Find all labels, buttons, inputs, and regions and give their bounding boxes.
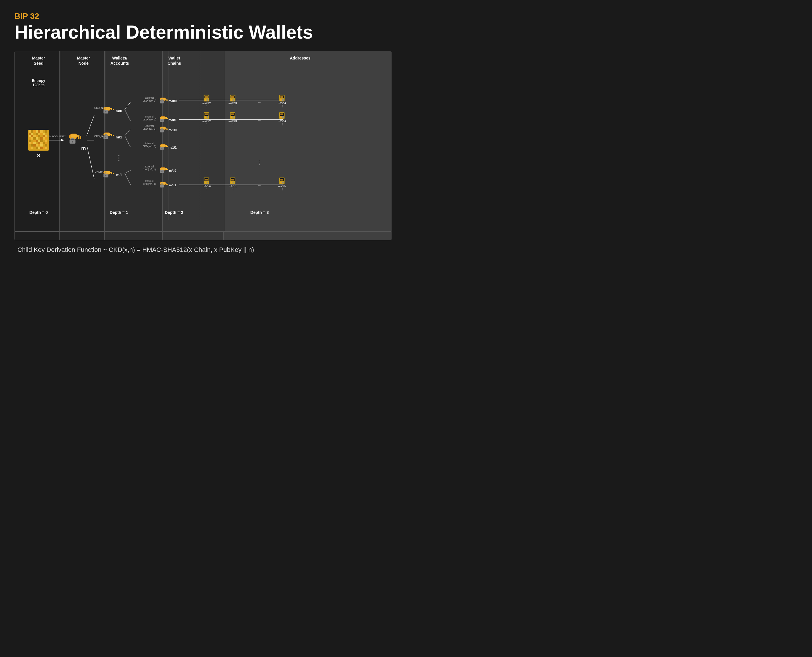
svg-rect-141 bbox=[205, 99, 206, 101]
svg-rect-140 bbox=[205, 96, 208, 98]
chain-mi1-int-label2: CKD(m/i, 1) bbox=[143, 182, 156, 185]
svg-rect-8 bbox=[29, 132, 31, 135]
svg-rect-118 bbox=[165, 145, 167, 146]
m1-key-icon bbox=[104, 132, 114, 139]
svg-point-70 bbox=[71, 141, 73, 142]
svg-rect-98 bbox=[166, 100, 167, 101]
svg-rect-165 bbox=[280, 114, 283, 115]
chain-m01-int-label1: Internal bbox=[145, 115, 154, 118]
chain-m00-ext-label2: CKD(m/0, 0) bbox=[142, 99, 156, 102]
entropy-label: Entropy bbox=[32, 79, 45, 83]
svg-rect-172 bbox=[207, 182, 208, 184]
svg-rect-22 bbox=[43, 135, 45, 137]
chain-m10-ext-label2: CKD(m/1, 0) bbox=[142, 128, 156, 130]
svg-rect-26 bbox=[33, 137, 36, 140]
svg-rect-120 bbox=[167, 146, 168, 147]
svg-rect-77 bbox=[111, 109, 112, 110]
m011-arrow: ↑ bbox=[232, 122, 234, 126]
col-header-addresses: Addresses bbox=[290, 56, 311, 60]
svg-rect-45 bbox=[40, 142, 43, 144]
addr-mi11-icon bbox=[230, 177, 235, 184]
col-header-chains2: Chains bbox=[168, 61, 181, 65]
svg-rect-134 bbox=[167, 184, 168, 185]
svg-rect-54 bbox=[43, 144, 45, 146]
svg-rect-58 bbox=[33, 146, 36, 149]
col-header-chains: Wallet bbox=[169, 56, 180, 60]
svg-rect-40 bbox=[29, 142, 31, 144]
svg-rect-0 bbox=[29, 130, 31, 132]
depth0-master-cell bbox=[60, 232, 105, 240]
chain-m10-ext-label1: External bbox=[145, 125, 154, 128]
svg-rect-34 bbox=[33, 140, 36, 142]
svg-rect-162 bbox=[233, 116, 234, 118]
svg-rect-55 bbox=[45, 144, 47, 146]
svg-rect-78 bbox=[113, 109, 114, 110]
depth2-chains-cell bbox=[163, 232, 224, 240]
chain-mi0-ext-label2: CKD(m/i, 0) bbox=[143, 168, 156, 171]
depth1-wallets-cell bbox=[105, 232, 163, 240]
svg-point-109 bbox=[161, 120, 163, 121]
mi1-key-icon bbox=[160, 182, 168, 187]
svg-rect-180 bbox=[280, 179, 283, 181]
depth1-label: Depth = 1 bbox=[110, 210, 128, 215]
m000-arrow: ↑ bbox=[206, 104, 208, 108]
svg-rect-36 bbox=[38, 140, 40, 142]
svg-rect-97 bbox=[165, 99, 167, 100]
svg-rect-113 bbox=[167, 129, 168, 130]
depth0-seed-cell bbox=[15, 232, 60, 240]
svg-rect-20 bbox=[38, 135, 40, 137]
addr-m01k-icon bbox=[279, 112, 284, 119]
col-header-wallets: Wallets/ bbox=[112, 56, 127, 60]
svg-rect-156 bbox=[205, 116, 206, 118]
svg-rect-19 bbox=[36, 135, 38, 137]
svg-rect-10 bbox=[33, 132, 36, 135]
wallets-vdots: ⋮ bbox=[115, 154, 123, 162]
svg-rect-47 bbox=[45, 142, 47, 144]
svg-point-116 bbox=[161, 131, 163, 132]
m10-key-icon bbox=[160, 127, 168, 132]
svg-rect-166 bbox=[280, 116, 282, 118]
m00k-arrow: ↑ bbox=[281, 104, 283, 108]
footer-text: Child Key Derivation Function ~ CKD(x,n)… bbox=[14, 240, 391, 257]
svg-rect-152 bbox=[282, 99, 284, 101]
chain-m11-int-label1: Internal bbox=[145, 142, 154, 145]
svg-rect-16 bbox=[29, 135, 31, 137]
svg-rect-57 bbox=[31, 146, 33, 149]
svg-rect-119 bbox=[166, 146, 167, 147]
svg-rect-84 bbox=[111, 135, 112, 136]
hmac-label: HMAC-SHA512 bbox=[47, 135, 65, 138]
col-header-master2: Node bbox=[79, 61, 89, 65]
svg-rect-142 bbox=[207, 99, 208, 101]
svg-rect-53 bbox=[40, 144, 43, 146]
addr-m000-icon bbox=[204, 95, 209, 101]
depth2-label: Depth = 2 bbox=[165, 210, 183, 215]
svg-rect-1 bbox=[31, 130, 33, 132]
svg-rect-42 bbox=[33, 142, 36, 144]
svg-rect-145 bbox=[231, 96, 234, 98]
svg-point-137 bbox=[161, 186, 163, 187]
depth-bar bbox=[15, 231, 391, 240]
header-section: BIP 32 Hierarchical Deterministic Wallet… bbox=[14, 12, 391, 42]
svg-rect-111 bbox=[165, 128, 167, 129]
svg-rect-2 bbox=[33, 130, 36, 132]
m1-to-ext-line bbox=[125, 130, 130, 135]
mi1-dots: ... bbox=[258, 182, 261, 187]
svg-rect-11 bbox=[36, 132, 38, 135]
svg-rect-38 bbox=[43, 140, 45, 142]
svg-rect-46 bbox=[43, 142, 45, 144]
svg-rect-41 bbox=[31, 142, 33, 144]
addr-vdots: ⋮ bbox=[257, 160, 262, 166]
depth3-addresses-cell bbox=[224, 232, 391, 240]
svg-rect-24 bbox=[29, 137, 31, 140]
m010-arrow: ↑ bbox=[206, 122, 208, 126]
mi-to-int-line bbox=[125, 173, 130, 185]
chain-m01-int-label2: CKD(m/0, 1) bbox=[142, 118, 156, 121]
svg-point-123 bbox=[161, 148, 163, 149]
svg-rect-39 bbox=[45, 140, 47, 142]
m11-chain-label: m/1/1 bbox=[169, 146, 177, 149]
svg-rect-126 bbox=[166, 169, 167, 170]
svg-rect-161 bbox=[231, 116, 232, 118]
addr-m00k-icon bbox=[279, 95, 284, 101]
chain-m11-int-label2: CKD(m/1, 1) bbox=[142, 145, 156, 148]
svg-rect-17 bbox=[31, 135, 33, 137]
